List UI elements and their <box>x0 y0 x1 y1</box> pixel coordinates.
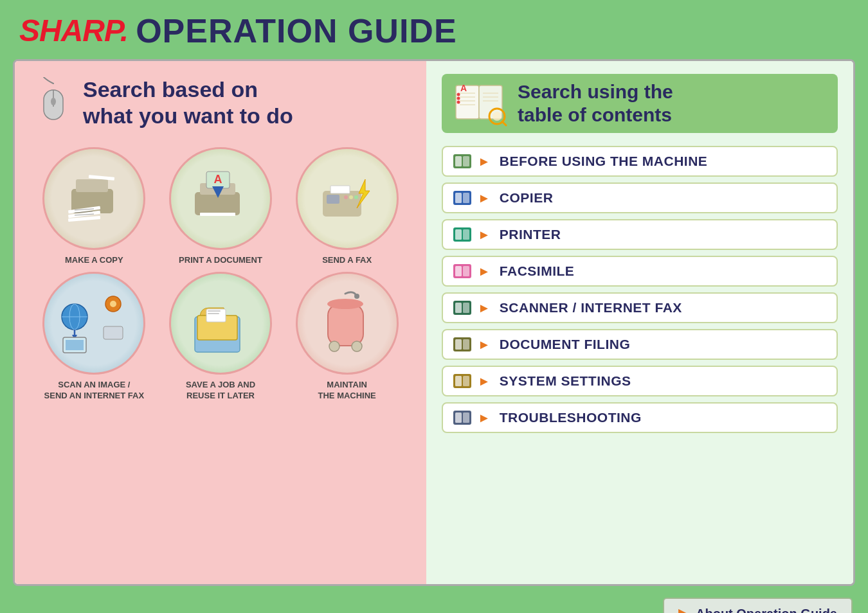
menu-item-docfiling[interactable]: ► DOCUMENT FILING <box>442 329 838 360</box>
svg-text:A: A <box>213 173 222 186</box>
save-illustration <box>182 285 259 362</box>
svg-point-38 <box>327 299 363 309</box>
menu-icon-printer <box>453 227 471 242</box>
task-scan[interactable]: SCAN AN IMAGE / SEND AN INTERNET FAX <box>34 272 154 402</box>
menu-icon-facsimile <box>453 264 471 278</box>
menu-icon-before <box>453 154 471 168</box>
menu-list: ► BEFORE USING THE MACHINE ► COPIER <box>442 146 838 571</box>
task-save-label: SAVE A JOB AND REUSE IT LATER <box>186 380 255 402</box>
svg-rect-4 <box>76 179 108 192</box>
right-panel: A Search using the table of contents <box>426 61 853 584</box>
left-panel-title: Search based on what you want to do <box>83 76 293 129</box>
svg-point-52 <box>457 93 460 96</box>
svg-rect-12 <box>195 192 240 215</box>
task-print[interactable]: A PRINT A DOCUMENT <box>161 147 281 266</box>
task-scan-label: SCAN AN IMAGE / SEND AN INTERNET FAX <box>44 380 145 402</box>
svg-point-40 <box>352 341 362 351</box>
menu-item-facsimile[interactable]: ► FACSIMILE <box>442 256 838 287</box>
task-save[interactable]: SAVE A JOB AND REUSE IT LATER <box>161 272 281 402</box>
svg-rect-64 <box>455 266 462 276</box>
menu-text-before: BEFORE USING THE MACHINE <box>500 154 708 169</box>
menu-item-system[interactable]: ► SYSTEM SETTINGS <box>442 366 838 396</box>
menu-text-system: SYSTEM SETTINGS <box>500 373 631 389</box>
menu-arrow-system: ► <box>478 374 491 389</box>
svg-point-30 <box>110 301 116 307</box>
svg-rect-58 <box>455 156 462 166</box>
copy-illustration <box>55 160 132 237</box>
svg-point-53 <box>457 97 460 100</box>
menu-text-docfiling: DOCUMENT FILING <box>500 337 630 352</box>
svg-rect-16 <box>200 213 235 216</box>
menu-text-facsimile: FACSIMILE <box>500 263 575 279</box>
menu-arrow-docfiling: ► <box>478 337 491 352</box>
svg-rect-66 <box>455 303 462 313</box>
svg-rect-22 <box>330 186 350 193</box>
menu-icon-docfiling <box>453 337 471 351</box>
svg-rect-35 <box>208 310 221 312</box>
task-copy[interactable]: MAKE A COPY <box>34 147 154 266</box>
svg-point-41 <box>354 294 359 299</box>
task-maintain[interactable]: MAINTAIN THE MACHINE <box>287 272 407 402</box>
menu-arrow-printer: ► <box>478 227 491 242</box>
svg-rect-65 <box>463 266 469 276</box>
svg-rect-62 <box>455 229 462 240</box>
svg-rect-70 <box>455 376 462 386</box>
about-arrow-icon: ▶ <box>678 605 689 613</box>
svg-rect-37 <box>328 304 363 346</box>
task-fax[interactable]: SEND A FAX <box>287 147 407 266</box>
print-illustration: A <box>182 160 259 237</box>
sharp-logo: SHARP. <box>19 15 128 46</box>
left-panel: Search based on what you want to do <box>15 61 426 584</box>
svg-rect-61 <box>463 193 469 203</box>
menu-text-trouble: TROUBLESHOOTING <box>500 410 642 425</box>
menu-icon-system <box>453 374 471 388</box>
page-header: SHARP. OPERATION GUIDE <box>0 0 868 59</box>
menu-icon-scanner <box>453 301 471 315</box>
menu-item-trouble[interactable]: ► TROUBLESHOOTING <box>442 402 838 433</box>
task-copy-label: MAKE A COPY <box>65 255 123 266</box>
svg-rect-36 <box>208 313 219 314</box>
menu-icon-trouble <box>453 411 471 425</box>
menu-item-scanner[interactable]: ► SCANNER / INTERNET FAX <box>442 292 838 323</box>
svg-rect-18 <box>327 195 339 204</box>
svg-rect-67 <box>463 303 469 313</box>
svg-rect-69 <box>463 339 469 350</box>
svg-rect-31 <box>104 326 123 339</box>
maintain-illustration <box>309 285 386 362</box>
task-fax-label: SEND A FAX <box>322 255 372 266</box>
svg-rect-71 <box>463 376 469 386</box>
svg-rect-60 <box>455 193 462 203</box>
svg-point-2 <box>51 98 56 105</box>
fax-illustration <box>309 160 386 237</box>
menu-text-printer: PRINTER <box>500 227 561 242</box>
svg-rect-68 <box>455 339 462 350</box>
right-panel-title: Search using the table of contents <box>518 80 673 127</box>
page-title: OPERATION GUIDE <box>136 12 457 50</box>
menu-arrow-copier: ► <box>478 191 491 206</box>
svg-point-19 <box>344 195 348 199</box>
svg-point-21 <box>354 195 358 199</box>
menu-item-printer[interactable]: ► PRINTER <box>442 219 838 250</box>
book-icon: A <box>451 80 507 127</box>
scan-illustration <box>55 285 132 362</box>
about-button[interactable]: ▶ About Operation Guide <box>663 598 853 613</box>
svg-text:A: A <box>460 83 467 93</box>
main-content: Search based on what you want to do <box>13 59 855 586</box>
menu-text-copier: COPIER <box>500 190 554 206</box>
menu-arrow-facsimile: ► <box>478 264 491 279</box>
svg-point-54 <box>457 101 460 104</box>
svg-point-39 <box>329 341 339 351</box>
menu-arrow-before: ► <box>478 154 491 169</box>
mouse-icon <box>34 77 73 129</box>
svg-rect-28 <box>66 340 84 350</box>
right-panel-header: A Search using the table of contents <box>442 74 838 133</box>
menu-arrow-scanner: ► <box>478 301 491 315</box>
task-print-label: PRINT A DOCUMENT <box>179 255 262 266</box>
svg-line-57 <box>502 121 506 125</box>
svg-rect-73 <box>463 413 469 423</box>
menu-icon-copier <box>453 191 471 205</box>
svg-rect-59 <box>463 156 469 166</box>
menu-item-copier[interactable]: ► COPIER <box>442 182 838 213</box>
menu-item-before[interactable]: ► BEFORE USING THE MACHINE <box>442 146 838 177</box>
task-maintain-label: MAINTAIN THE MACHINE <box>318 380 376 402</box>
